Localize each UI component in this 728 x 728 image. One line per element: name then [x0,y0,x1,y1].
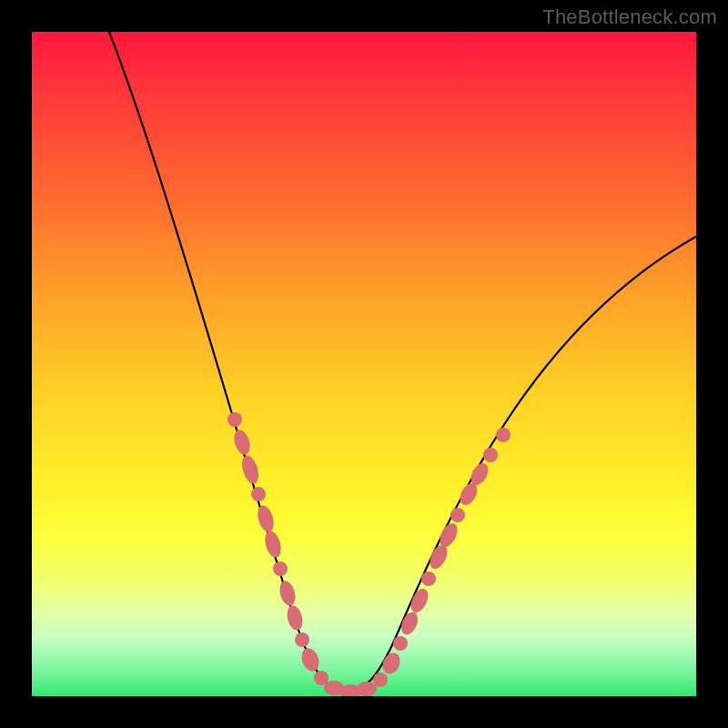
svg-point-9 [295,632,309,647]
svg-point-7 [278,579,298,607]
svg-point-11 [314,671,329,685]
svg-point-0 [228,412,242,427]
svg-point-6 [273,561,288,576]
svg-point-3 [251,487,266,501]
plot-area [32,32,696,696]
svg-point-23 [450,508,465,522]
svg-point-17 [393,636,408,651]
svg-point-26 [483,448,498,462]
svg-point-20 [421,571,436,586]
svg-point-10 [298,646,322,674]
watermark-text: TheBottleneck.com [542,5,717,29]
svg-point-22 [437,521,461,550]
svg-point-14 [357,682,377,696]
chart-frame: TheBottleneck.com [0,0,728,728]
marker-group-right-ascent [393,428,511,651]
svg-point-4 [255,503,277,533]
bottleneck-curve [109,32,696,692]
svg-point-5 [262,529,284,559]
svg-point-8 [285,603,305,632]
svg-point-2 [239,453,262,485]
svg-point-21 [427,542,451,571]
svg-point-16 [379,650,403,676]
svg-point-15 [373,672,388,687]
bottleneck-curve-svg [32,32,696,696]
svg-point-27 [496,428,511,442]
svg-point-1 [231,428,252,456]
marker-group-left-descent [228,412,309,647]
